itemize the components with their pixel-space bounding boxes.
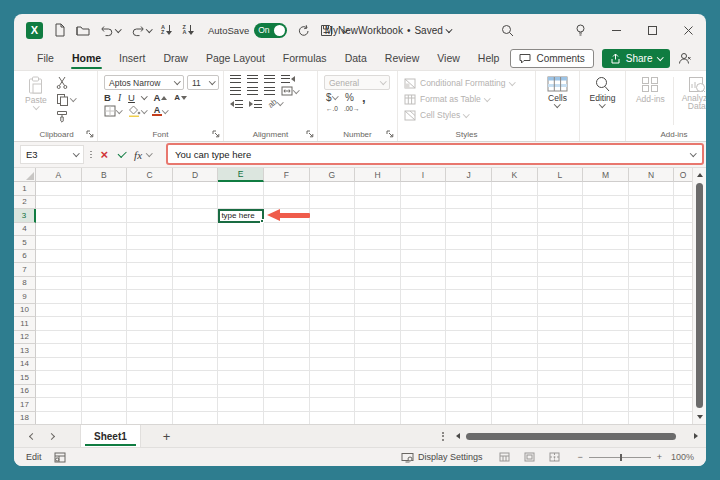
row-header-9[interactable]: 9 [14, 290, 36, 304]
cell-L2[interactable] [538, 196, 584, 210]
cell-D3[interactable] [173, 209, 219, 223]
cell-L16[interactable] [538, 385, 584, 399]
cell-H12[interactable] [355, 331, 401, 345]
cell-I4[interactable] [401, 223, 447, 237]
row-header-7[interactable]: 7 [14, 263, 36, 277]
cell-J2[interactable] [446, 196, 492, 210]
column-header-D[interactable]: D [173, 168, 219, 182]
cell-G7[interactable] [310, 263, 356, 277]
cell-K4[interactable] [492, 223, 538, 237]
page-layout-view-button[interactable] [524, 452, 535, 462]
cell-E4[interactable] [218, 223, 264, 237]
search-icon[interactable] [501, 24, 514, 37]
cell-A5[interactable] [36, 236, 82, 250]
tab-home[interactable]: Home [63, 46, 110, 70]
cell-K9[interactable] [492, 290, 538, 304]
cell-J18[interactable] [446, 412, 492, 425]
cell-C17[interactable] [127, 398, 173, 412]
cell-A18[interactable] [36, 412, 82, 425]
cell-D9[interactable] [173, 290, 219, 304]
cell-L9[interactable] [538, 290, 584, 304]
scroll-left-arrow[interactable] [456, 433, 460, 439]
fill-color-button[interactable] [128, 105, 147, 117]
cell-E5[interactable] [218, 236, 264, 250]
cell-M17[interactable] [583, 398, 629, 412]
cell-G1[interactable] [310, 182, 356, 196]
cell-M6[interactable] [583, 250, 629, 264]
paste-button[interactable]: Paste [22, 75, 50, 110]
share-dropdown-icon[interactable] [657, 54, 663, 60]
cell-G2[interactable] [310, 196, 356, 210]
comments-button[interactable]: Comments [510, 49, 593, 68]
cell-H6[interactable] [355, 250, 401, 264]
font-size-select[interactable]: 11 [187, 75, 219, 90]
zoom-level[interactable]: 100% [668, 452, 694, 462]
enter-check-button[interactable] [118, 149, 127, 158]
tab-formulas[interactable]: Formulas [274, 46, 336, 70]
percent-button[interactable]: % [345, 92, 354, 103]
cell-J6[interactable] [446, 250, 492, 264]
cell-L14[interactable] [538, 358, 584, 372]
cell-I1[interactable] [401, 182, 447, 196]
sort-ascending-button[interactable]: AZ [161, 25, 172, 35]
cell-J15[interactable] [446, 371, 492, 385]
cell-J10[interactable] [446, 304, 492, 318]
number-dialog-launcher[interactable] [386, 130, 394, 138]
cell-D5[interactable] [173, 236, 219, 250]
open-folder-icon[interactable] [76, 24, 90, 36]
column-header-E[interactable]: E [218, 168, 264, 182]
cell-K17[interactable] [492, 398, 538, 412]
macro-record-icon[interactable] [54, 452, 66, 463]
editing-button[interactable]: Editing [587, 75, 619, 108]
cell-M10[interactable] [583, 304, 629, 318]
cell-F14[interactable] [264, 358, 310, 372]
previous-sheet-button[interactable] [29, 432, 36, 439]
zoom-slider[interactable] [589, 457, 651, 458]
column-header-K[interactable]: K [492, 168, 538, 182]
cell-E12[interactable] [218, 331, 264, 345]
cell-M16[interactable] [583, 385, 629, 399]
font-color-button[interactable]: A [152, 106, 168, 117]
cell-G5[interactable] [310, 236, 356, 250]
alignment-dialog-launcher[interactable] [306, 130, 314, 138]
cell-A14[interactable] [36, 358, 82, 372]
cell-I13[interactable] [401, 344, 447, 358]
cell-F1[interactable] [264, 182, 310, 196]
cell-J14[interactable] [446, 358, 492, 372]
tab-draw[interactable]: Draw [154, 46, 197, 70]
cell-H10[interactable] [355, 304, 401, 318]
tab-file[interactable]: File [28, 46, 63, 70]
font-dialog-launcher[interactable] [212, 130, 220, 138]
cell-A10[interactable] [36, 304, 82, 318]
column-header-O[interactable]: O [674, 168, 692, 182]
lightbulb-icon[interactable] [575, 24, 586, 37]
column-header-J[interactable]: J [446, 168, 492, 182]
cell-C11[interactable] [127, 317, 173, 331]
decrease-indent-button[interactable] [230, 100, 243, 108]
row-header-10[interactable]: 10 [14, 304, 36, 318]
cell-G3[interactable] [310, 209, 356, 223]
row-header-1[interactable]: 1 [14, 182, 36, 196]
cell-L6[interactable] [538, 250, 584, 264]
merge-center-button[interactable] [281, 86, 299, 96]
cell-K5[interactable] [492, 236, 538, 250]
cell-B4[interactable] [82, 223, 128, 237]
row-header-14[interactable]: 14 [14, 358, 36, 372]
cell-B16[interactable] [82, 385, 128, 399]
cell-L10[interactable] [538, 304, 584, 318]
cell-A8[interactable] [36, 277, 82, 291]
cell-B5[interactable] [82, 236, 128, 250]
row-header-16[interactable]: 16 [14, 385, 36, 399]
cell-C4[interactable] [127, 223, 173, 237]
cell-G14[interactable] [310, 358, 356, 372]
row-header-12[interactable]: 12 [14, 331, 36, 345]
cell-K3[interactable] [492, 209, 538, 223]
cell-N1[interactable] [629, 182, 675, 196]
cell-A13[interactable] [36, 344, 82, 358]
increase-font-size-button[interactable]: A [153, 92, 167, 103]
cell-N7[interactable] [629, 263, 675, 277]
cell-H11[interactable] [355, 317, 401, 331]
cell-B7[interactable] [82, 263, 128, 277]
cell-H14[interactable] [355, 358, 401, 372]
tab-page-layout[interactable]: Page Layout [197, 46, 274, 70]
